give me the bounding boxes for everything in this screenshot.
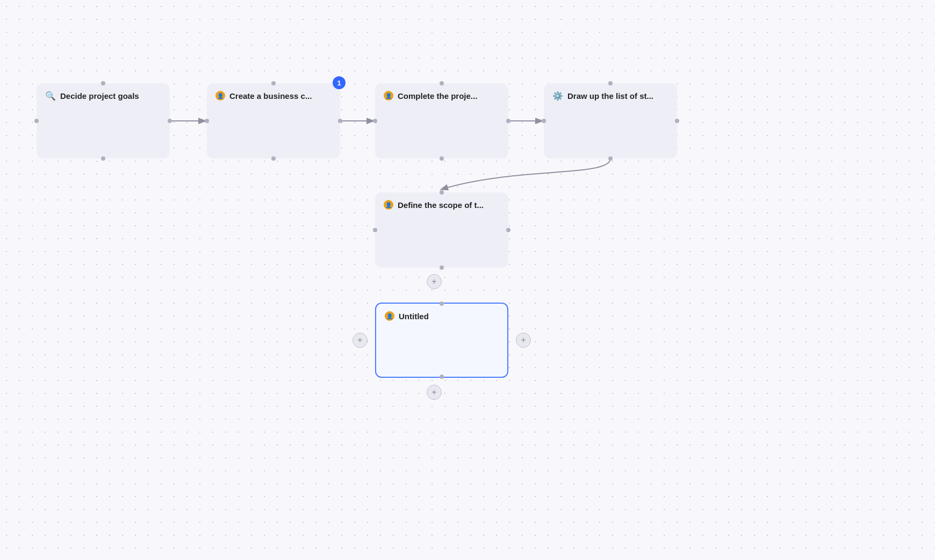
- node4-dot-bottom: [608, 156, 613, 161]
- node-untitled[interactable]: 👤 Untitled + +: [375, 303, 508, 378]
- node2-dot-right: [338, 119, 342, 123]
- node3-label: Complete the proje...: [398, 91, 477, 100]
- plus-button-1[interactable]: +: [427, 274, 442, 289]
- node6-dot-top: [440, 301, 444, 306]
- user-icon-5: 👤: [384, 200, 393, 210]
- search-icon: 🔍: [45, 91, 56, 101]
- node5-dot-bottom: [440, 265, 444, 270]
- node3-header: 👤 Complete the proje...: [384, 91, 500, 100]
- node6-label: Untitled: [399, 312, 429, 321]
- arrow-4-5: [442, 159, 610, 189]
- node6-header: 👤 Untitled: [385, 311, 499, 321]
- node1-header: 🔍 Decide project goals: [45, 91, 161, 101]
- node5-dot-left: [373, 228, 377, 232]
- user-icon-2: 👤: [215, 91, 225, 100]
- node4-dot-right: [675, 119, 679, 123]
- node5-dot-top: [440, 190, 444, 195]
- plus-button-left[interactable]: +: [353, 333, 368, 348]
- node-draw-up-list[interactable]: ⚙️ Draw up the list of st...: [544, 83, 677, 159]
- node4-label: Draw up the list of st...: [567, 91, 653, 100]
- gear-icon-4: ⚙️: [552, 91, 563, 101]
- node-decide-project-goals[interactable]: 🔍 Decide project goals: [37, 83, 170, 159]
- node1-dot-right: [168, 119, 172, 123]
- node3-dot-bottom: [440, 156, 444, 161]
- node-define-scope[interactable]: 👤 Define the scope of t...: [375, 192, 508, 268]
- node1-label: Decide project goals: [60, 91, 139, 100]
- plus-button-bottom[interactable]: +: [427, 385, 442, 400]
- plus-button-right[interactable]: +: [516, 333, 531, 348]
- node5-label: Define the scope of t...: [398, 200, 484, 210]
- canvas: 🔍 Decide project goals 👤 Create a busine…: [0, 0, 935, 560]
- node2-header: 👤 Create a business c...: [215, 91, 332, 100]
- user-icon-6: 👤: [385, 311, 394, 321]
- node4-header: ⚙️ Draw up the list of st...: [552, 91, 668, 101]
- node3-dot-top: [440, 81, 444, 85]
- node5-header: 👤 Define the scope of t...: [384, 200, 500, 210]
- node1-dot-top: [101, 81, 105, 85]
- node6-dot-bottom: [440, 375, 444, 379]
- user-icon-3: 👤: [384, 91, 393, 100]
- node1-dot-left: [34, 119, 39, 123]
- node2-label: Create a business c...: [229, 91, 312, 100]
- node4-dot-top: [608, 81, 613, 85]
- node-create-business[interactable]: 👤 Create a business c...: [207, 83, 340, 159]
- node2-dot-top: [271, 81, 276, 85]
- node3-dot-right: [506, 119, 510, 123]
- node-complete-project[interactable]: 👤 Complete the proje...: [375, 83, 508, 159]
- node3-dot-left: [373, 119, 377, 123]
- node4-dot-left: [542, 119, 546, 123]
- node2-dot-bottom: [271, 156, 276, 161]
- node2-badge: 1: [333, 76, 346, 89]
- node1-dot-bottom: [101, 156, 105, 161]
- node2-dot-left: [205, 119, 209, 123]
- node5-dot-right: [506, 228, 510, 232]
